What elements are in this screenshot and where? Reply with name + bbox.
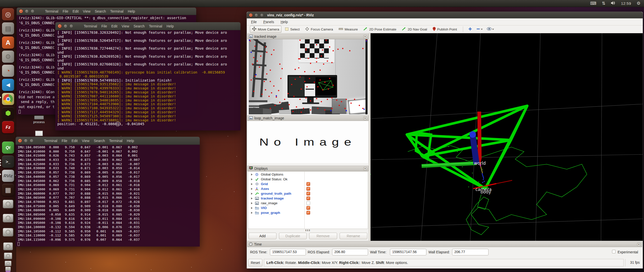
close-icon[interactable]: ✕ bbox=[637, 243, 640, 246]
close-icon[interactable]: ✕ bbox=[18, 139, 22, 143]
displays-tree[interactable]: Global OptionsGlobal Status: OkGrid✓Axes… bbox=[248, 171, 368, 229]
menu-terminal[interactable]: Terminal bbox=[110, 9, 124, 13]
close-icon[interactable]: ✕ bbox=[19, 9, 23, 13]
launcher-item-terminal[interactable]: >_ bbox=[2, 156, 14, 168]
tracked-image-panel-header[interactable]: tracked image ✕ bbox=[247, 34, 369, 39]
expander-icon[interactable] bbox=[251, 193, 254, 195]
launcher-item-system-settings[interactable]: ⚙ bbox=[2, 51, 14, 63]
tool-focus-camera[interactable]: Focus Camera bbox=[303, 26, 335, 33]
enable-checkbox-axes[interactable]: ✓ bbox=[306, 187, 310, 191]
maximize-icon[interactable]: ▢ bbox=[260, 13, 264, 17]
session-gear-icon[interactable]: ⚙ bbox=[637, 1, 640, 6]
3d-viewport[interactable]: world camera body bbox=[371, 33, 643, 241]
rviz-titlebar[interactable]: ✕ — ▢ vins_rviz_config.rviz* - RViz bbox=[247, 12, 643, 18]
panel-resize-handle[interactable]: ▮▮▮ bbox=[247, 229, 369, 231]
display-row-global-options[interactable]: Global Options bbox=[248, 172, 368, 177]
time-field-ros-elapsed-[interactable]: 206.80 bbox=[332, 249, 368, 255]
terminal-window-imu-log[interactable]: ✕ — ▢ TerminalFileEditViewSearchTerminal… bbox=[16, 137, 200, 247]
desktop-icon-process[interactable]: process bbox=[32, 116, 46, 124]
menu-file[interactable]: File bbox=[63, 9, 68, 13]
terminal2-headerbar[interactable]: ✕ — ▢ TerminalFileEditViewSearchTerminal… bbox=[55, 22, 240, 30]
terminal3-output[interactable]: IMU:184.005000 0.000 9.750 0.847 -0.001 … bbox=[16, 145, 200, 247]
keyboard-icon[interactable]: ⌨ bbox=[590, 1, 596, 6]
launcher-item-chrome[interactable] bbox=[2, 93, 14, 105]
launcher-item-disk-stack-2[interactable] bbox=[3, 251, 13, 260]
display-row-global-status-ok[interactable]: Global Status: Ok bbox=[248, 177, 368, 182]
launcher-item-ubuntu-software[interactable]: A bbox=[2, 37, 14, 49]
expander-icon[interactable] bbox=[251, 178, 254, 180]
expander-icon[interactable] bbox=[251, 174, 254, 176]
close-icon[interactable]: ✕ bbox=[364, 117, 367, 120]
rviz-window[interactable]: ✕ — ▢ vins_rviz_config.rviz* - RViz File… bbox=[247, 12, 643, 268]
terminal2-output[interactable]: [ INFO] [1596517038.326320492]: Not enou… bbox=[55, 30, 240, 130]
launcher-item-disk-drive-3[interactable] bbox=[2, 226, 14, 238]
displays-panel-header[interactable]: Displays ✕ bbox=[247, 166, 369, 171]
enable-checkbox-ground_truth_path[interactable]: ✓ bbox=[306, 192, 310, 195]
expander-icon[interactable] bbox=[251, 202, 254, 204]
terminal1-headerbar[interactable]: ✕ — ▢ TerminalFileEditViewSearchTerminal… bbox=[17, 8, 196, 15]
launcher-item-hexagons-app[interactable]: ⬢ bbox=[2, 107, 14, 119]
menu-view[interactable]: View bbox=[83, 9, 91, 13]
launcher-item-files[interactable]: ▤ bbox=[2, 22, 14, 35]
expander-icon[interactable] bbox=[251, 188, 254, 190]
terminal-window-vins-log[interactable]: ✕ — ▢ TerminalFileEditViewSearchTerminal… bbox=[55, 22, 240, 130]
menu-edit[interactable]: Edit bbox=[71, 139, 77, 143]
menu-file[interactable]: File bbox=[62, 139, 67, 143]
time-panel-header[interactable]: Time ✕ bbox=[247, 242, 642, 247]
tool-select[interactable]: Select bbox=[283, 26, 302, 33]
launcher-item-disk-drive-2[interactable] bbox=[2, 212, 14, 224]
panel-splitter[interactable] bbox=[369, 33, 371, 241]
launcher-item-ubuntu-dash[interactable]: ◎ bbox=[2, 8, 14, 20]
menu-terminal[interactable]: Terminal bbox=[149, 24, 162, 28]
menu-terminal[interactable]: Terminal bbox=[44, 139, 57, 143]
rviz-menu-panels[interactable]: Panels bbox=[263, 20, 274, 24]
tool-move-camera[interactable]: Move Camera bbox=[250, 26, 281, 33]
tool-measure[interactable]: Measure bbox=[336, 26, 360, 32]
menu-view[interactable]: View bbox=[122, 24, 129, 28]
menu-terminal[interactable]: Terminal bbox=[109, 139, 123, 143]
add-button[interactable]: Add bbox=[249, 233, 276, 239]
network-updown-icon[interactable]: ⇅ bbox=[602, 1, 605, 6]
rviz-menu-help[interactable]: Help bbox=[280, 20, 288, 24]
terminal3-headerbar[interactable]: ✕ — ▢ TerminalFileEditViewSearchTerminal… bbox=[16, 137, 200, 145]
launcher-item-qt-creator[interactable]: Qt bbox=[2, 142, 14, 154]
volume-icon[interactable] bbox=[611, 1, 616, 6]
maximize-icon[interactable]: ▢ bbox=[30, 139, 33, 143]
minimize-icon[interactable]: — bbox=[24, 139, 28, 143]
enable-checkbox-raw_image[interactable] bbox=[306, 201, 310, 205]
menu-help[interactable]: Help bbox=[128, 9, 135, 13]
expander-icon[interactable] bbox=[251, 197, 254, 199]
menu-terminal[interactable]: Terminal bbox=[45, 9, 58, 13]
enable-checkbox-vio[interactable]: ✓ bbox=[306, 206, 310, 210]
time-field-wall-time-[interactable]: 1596517147.56 bbox=[390, 249, 426, 255]
close-icon[interactable]: ✕ bbox=[249, 13, 253, 17]
tool-publish-point[interactable]: Publish Point bbox=[430, 26, 459, 33]
menu-search[interactable]: Search bbox=[95, 9, 106, 13]
minimize-icon[interactable]: — bbox=[64, 24, 67, 28]
launcher-item-usb-drive-purple[interactable] bbox=[5, 270, 11, 272]
tracked-image-view[interactable] bbox=[249, 39, 368, 114]
zoom-in-button[interactable] bbox=[467, 26, 474, 32]
experimental-checkbox[interactable] bbox=[612, 250, 616, 253]
launcher-item-disk-drive-1[interactable] bbox=[2, 198, 14, 210]
menu-file[interactable]: File bbox=[101, 24, 107, 28]
tool-2d-nav-goal[interactable]: 2D Nav Goal bbox=[399, 26, 429, 32]
expander-icon[interactable] bbox=[251, 183, 254, 185]
menu-search[interactable]: Search bbox=[94, 139, 105, 143]
close-icon[interactable]: ✕ bbox=[364, 35, 367, 38]
time-field-wall-elapsed-[interactable]: 206.77 bbox=[452, 249, 489, 255]
minimize-icon[interactable]: — bbox=[255, 13, 258, 17]
rviz-menu-file[interactable]: File bbox=[251, 20, 257, 24]
maximize-icon[interactable]: ▢ bbox=[31, 9, 34, 13]
launcher-item-disk-stack-1[interactable] bbox=[3, 241, 14, 252]
enable-checkbox-tracked-image[interactable]: ✓ bbox=[306, 196, 310, 200]
menu-terminal[interactable]: Terminal bbox=[84, 24, 97, 28]
close-icon[interactable]: ✕ bbox=[364, 167, 367, 170]
launcher-item-rviz[interactable]: RViz bbox=[2, 170, 14, 182]
tool-2d-pose-estimate[interactable]: 2D Pose Estimate bbox=[361, 26, 398, 32]
launcher-item-filezilla[interactable]: Fz bbox=[2, 121, 14, 133]
visibility-button[interactable] bbox=[485, 27, 496, 32]
minimize-icon[interactable]: — bbox=[25, 9, 29, 13]
menu-view[interactable]: View bbox=[82, 139, 90, 143]
menu-search[interactable]: Search bbox=[134, 24, 145, 28]
